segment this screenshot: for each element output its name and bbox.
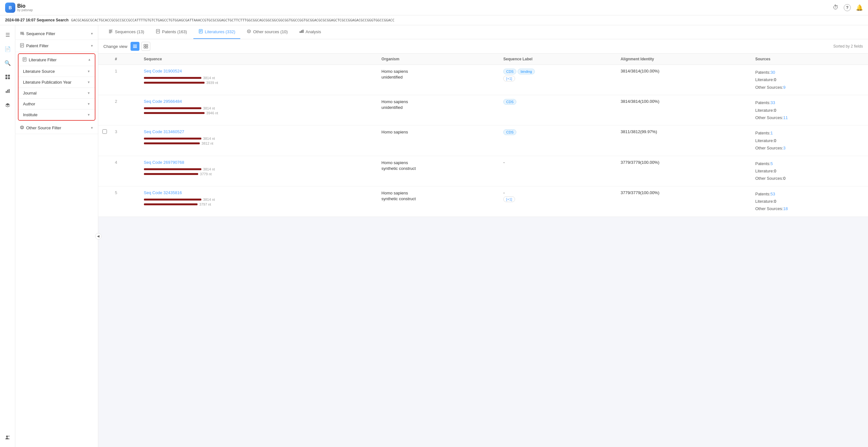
plus-badge[interactable]: [+1]	[503, 196, 515, 202]
other-sources-value[interactable]: 9	[783, 85, 785, 90]
sequence-filter-header[interactable]: Sequence Filter ▼	[15, 28, 98, 39]
lit-year-chevron: ▼	[87, 81, 90, 84]
chart-nav-icon[interactable]	[2, 85, 13, 97]
search-nav-icon[interactable]: 🔍	[2, 57, 13, 69]
patents-label: Patents:	[755, 100, 771, 105]
users-nav-icon[interactable]	[2, 432, 13, 443]
analysis-tab-label: Analysis	[306, 29, 321, 34]
tab-analysis[interactable]: Analysis	[294, 25, 326, 39]
toolbar: Change view	[98, 39, 868, 54]
patents-tab-icon	[156, 29, 160, 34]
table-row: 3Seq Code 3134605273814 nt3812 ntHomo sa…	[98, 125, 868, 156]
table-row: 5Seq Code 324358163814 nt3797 ntHomo sap…	[98, 186, 868, 216]
search-label: 2024-08-27 16:07 Sequence Search	[5, 18, 69, 22]
seq-code-link[interactable]: Seq Code 31900524	[144, 69, 182, 73]
sequences-tab-icon	[108, 29, 113, 34]
other-sources-label: Other Sources:	[755, 146, 783, 150]
row-alignment: 3814/3814(100.00%)	[617, 65, 751, 95]
row-checkbox[interactable]	[102, 129, 107, 134]
lit-sub-journal[interactable]: Journal ▼	[19, 88, 95, 98]
patents-value[interactable]: 5	[770, 161, 773, 166]
content-area: Sequences (13) Patents (163)	[98, 25, 868, 447]
other-sources-label: Other Sources:	[755, 115, 783, 120]
seq-code-link[interactable]: Seq Code 313460527	[144, 129, 184, 134]
literature-label: Literature:	[755, 108, 774, 113]
collapse-panel-button[interactable]: ◀	[95, 233, 101, 239]
patents-label: Patents:	[755, 161, 771, 166]
grid-nav-icon[interactable]	[2, 71, 13, 83]
grid-view-button[interactable]	[142, 42, 150, 51]
svg-rect-36	[144, 44, 146, 46]
svg-rect-2	[5, 77, 7, 79]
document-icon[interactable]: 📄	[2, 43, 13, 55]
label-badge: CDS	[503, 69, 516, 74]
svg-point-9	[8, 436, 9, 437]
layers-nav-icon[interactable]	[2, 99, 13, 111]
svg-rect-1	[8, 75, 10, 77]
row-organism: Homo sapienssynthetic construct	[377, 186, 499, 216]
patents-value[interactable]: 30	[770, 70, 775, 75]
literature-value: 0	[774, 169, 776, 173]
other-filter-chevron: ▼	[90, 126, 93, 130]
dash-label: -	[503, 160, 504, 165]
table-row: 2Seq Code 295664843814 nt3946 ntHomo sap…	[98, 95, 868, 125]
patent-filter-section: Patent Filter ▼	[15, 40, 98, 52]
bell-icon[interactable]: 🔔	[856, 4, 863, 11]
label-badge: CDS	[503, 99, 516, 105]
logo-text: Bio by patsnap	[17, 3, 33, 12]
data-table: # Sequence Organism Sequence Label Align…	[98, 54, 868, 217]
tab-patents[interactable]: Patents (163)	[151, 25, 192, 39]
patents-value[interactable]: 1	[770, 130, 773, 136]
main-layout: ☰ 📄 🔍	[0, 25, 868, 447]
seq-code-link[interactable]: Seq Code 29566484	[144, 99, 182, 104]
patents-value[interactable]: 33	[770, 100, 775, 105]
lit-sub-literature-source[interactable]: Literature Source ▼	[19, 66, 95, 77]
svg-point-28	[247, 30, 250, 33]
literature-filter-chevron: ▼	[88, 58, 91, 62]
other-sources-label: Other Sources:	[755, 206, 783, 211]
plus-badge[interactable]: [+1]	[503, 76, 515, 82]
svg-rect-39	[146, 47, 148, 48]
lit-sub-publication-year[interactable]: Literature Publication Year ▼	[19, 77, 95, 88]
row-checkbox-cell	[98, 186, 111, 216]
lit-author-label: Author	[23, 101, 35, 106]
patent-filter-header[interactable]: Patent Filter ▼	[15, 40, 98, 52]
lit-journal-label: Journal	[23, 91, 37, 95]
logo-area: B Bio by patsnap	[5, 3, 33, 13]
lit-sub-author[interactable]: Author ▼	[19, 98, 95, 109]
menu-icon[interactable]: ☰	[2, 29, 13, 40]
other-sources-value[interactable]: 18	[783, 206, 787, 211]
sort-info: Sorted by 2 fields	[833, 44, 863, 49]
header-icons: ⏱ ? 🔔	[833, 4, 863, 11]
svg-point-8	[6, 436, 8, 438]
tab-sequences[interactable]: Sequences (13)	[103, 25, 149, 39]
svg-rect-37	[146, 44, 148, 46]
table-header-row: # Sequence Organism Sequence Label Align…	[98, 54, 868, 65]
other-sources-value[interactable]: 3	[783, 146, 785, 150]
svg-point-10	[23, 33, 24, 35]
timer-icon[interactable]: ⏱	[833, 4, 839, 11]
row-organism: Homo sapiens	[377, 125, 499, 156]
patents-value[interactable]: 53	[770, 191, 775, 196]
tab-other-sources[interactable]: Other sources (10)	[242, 25, 292, 39]
row-seq-label: -	[499, 156, 617, 186]
svg-point-29	[248, 31, 250, 32]
list-view-button[interactable]	[130, 42, 140, 51]
other-sources-value[interactable]: 11	[783, 115, 787, 120]
seq-code-link[interactable]: Seq Code 32435816	[144, 190, 182, 195]
tab-literatures[interactable]: Literatures (332)	[193, 25, 240, 39]
literature-label: Literature:	[755, 138, 774, 143]
help-icon[interactable]: ?	[844, 4, 851, 11]
sequence-filter-icon	[20, 31, 24, 36]
row-sources: Patents:30 Literature:0 Other Sources:9	[751, 65, 868, 95]
patents-label: Patents:	[755, 70, 771, 75]
row-organism: Homo sapiensunidentified	[377, 65, 499, 95]
row-alignment: 3779/3779(100.00%)	[617, 186, 751, 216]
col-checkbox	[98, 54, 111, 65]
svg-rect-3	[8, 77, 10, 79]
seq-code-link[interactable]: Seq Code 269790768	[144, 160, 184, 165]
literature-value: 0	[774, 77, 776, 82]
lit-sub-institute[interactable]: Institute ▼	[19, 109, 95, 120]
literature-filter-header[interactable]: Literature Filter ▼	[19, 54, 95, 66]
other-source-filter-header[interactable]: Other Source Filter ▼	[15, 122, 98, 134]
